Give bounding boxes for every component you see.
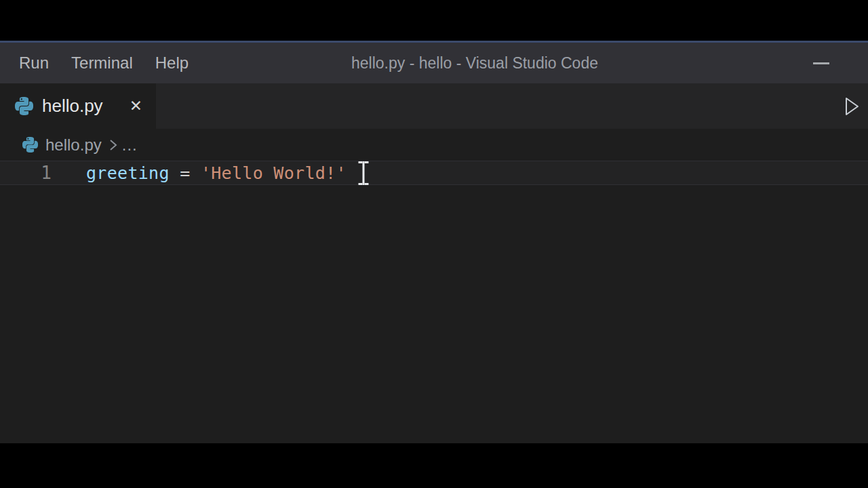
token-variable: greeting (86, 163, 170, 183)
token-string: 'Hello World!' (201, 163, 347, 183)
menu-item-help[interactable]: Help (155, 54, 189, 73)
python-icon (22, 137, 38, 152)
minimize-icon (813, 62, 829, 64)
python-icon (15, 97, 33, 115)
menu-item-run[interactable]: Run (19, 54, 49, 73)
code-editor[interactable]: 1 greeting = 'Hello World!' (0, 161, 868, 443)
token-operator: = (170, 163, 201, 183)
run-file-button[interactable] (837, 83, 866, 129)
vscode-window: Run Terminal Help hello.py - hello - Vis… (0, 0, 868, 488)
tab-bar: hello.py ✕ (0, 83, 868, 129)
tab-hello-py[interactable]: hello.py ✕ (0, 83, 156, 129)
play-icon (843, 96, 861, 117)
bottom-letterbox (0, 443, 868, 488)
chevron-right-icon (108, 137, 118, 153)
code-content: greeting = 'Hello World!' (86, 163, 347, 183)
menu-items: Run Terminal Help (19, 43, 189, 83)
tab-label: hello.py (42, 96, 103, 117)
breadcrumb-file[interactable]: hello.py (45, 136, 102, 155)
breadcrumb: hello.py ... (0, 129, 868, 161)
code-line-1: 1 greeting = 'Hello World!' (0, 161, 868, 185)
close-tab-button[interactable]: ✕ (128, 97, 144, 115)
window-title: hello.py - hello - Visual Studio Code (351, 54, 598, 73)
text-ibeam-cursor-icon (357, 161, 370, 188)
line-number: 1 (0, 163, 52, 183)
breadcrumb-ellipsis[interactable]: ... (122, 136, 138, 155)
minimize-button[interactable] (805, 43, 837, 83)
menu-bar: Run Terminal Help hello.py - hello - Vis… (0, 41, 868, 83)
menu-item-terminal[interactable]: Terminal (71, 54, 133, 73)
